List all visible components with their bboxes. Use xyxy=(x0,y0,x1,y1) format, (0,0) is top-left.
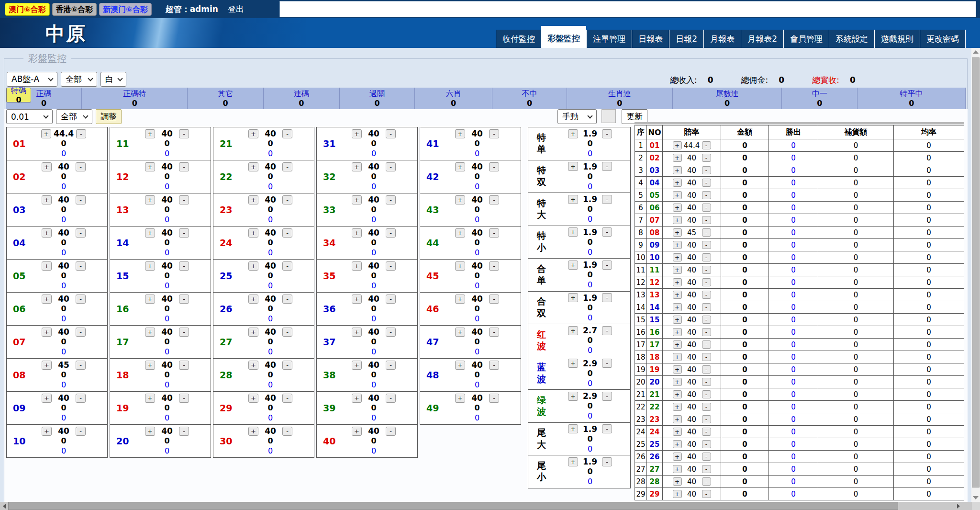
odds-increase-button[interactable]: + xyxy=(145,328,155,337)
odds-decrease-button[interactable]: - xyxy=(702,191,711,199)
odds-decrease-button[interactable]: - xyxy=(702,266,711,274)
odds-decrease-button[interactable]: - xyxy=(702,465,711,473)
lottery-tab-macau[interactable]: 澳门⑥合彩 xyxy=(5,3,50,16)
odds-increase-button[interactable]: + xyxy=(673,390,682,398)
vertical-scroll-thumb[interactable] xyxy=(972,57,980,487)
odds-decrease-button[interactable]: - xyxy=(702,403,711,411)
odds-decrease-button[interactable]: - xyxy=(602,293,612,302)
odds-increase-button[interactable]: + xyxy=(145,129,155,138)
odds-increase-button[interactable]: + xyxy=(568,359,578,368)
odds-increase-button[interactable]: + xyxy=(352,394,362,403)
odds-decrease-button[interactable]: - xyxy=(76,162,86,171)
odds-increase-button[interactable]: + xyxy=(455,361,465,370)
vertical-scrollbar[interactable] xyxy=(971,48,980,502)
odds-decrease-button[interactable]: - xyxy=(702,278,711,286)
odds-increase-button[interactable]: + xyxy=(352,261,362,271)
odds-decrease-button[interactable]: - xyxy=(602,424,612,433)
odds-increase-button[interactable]: + xyxy=(41,129,51,138)
odds-increase-button[interactable]: + xyxy=(673,266,682,274)
scroll-right-icon[interactable] xyxy=(954,502,962,510)
odds-decrease-button[interactable]: - xyxy=(489,195,499,204)
odds-increase-button[interactable]: + xyxy=(568,293,578,302)
odds-increase-button[interactable]: + xyxy=(352,427,362,436)
odds-increase-button[interactable]: + xyxy=(248,195,258,204)
odds-decrease-button[interactable]: - xyxy=(602,326,612,335)
odds-increase-button[interactable]: + xyxy=(352,295,362,304)
nav-tab-monthly-report[interactable]: 月報表 xyxy=(703,30,741,48)
odds-decrease-button[interactable]: - xyxy=(386,394,396,403)
odds-decrease-button[interactable]: - xyxy=(76,295,86,304)
odds-increase-button[interactable]: + xyxy=(568,195,578,204)
category-tab-4[interactable]: 連碼0 xyxy=(264,88,340,109)
odds-increase-button[interactable]: + xyxy=(673,191,682,199)
odds-decrease-button[interactable]: - xyxy=(76,361,86,370)
category-tab-5[interactable]: 過關0 xyxy=(340,88,415,109)
odds-increase-button[interactable]: + xyxy=(42,261,52,271)
odds-decrease-button[interactable]: - xyxy=(702,204,711,212)
odds-increase-button[interactable]: + xyxy=(352,195,362,204)
odds-increase-button[interactable]: + xyxy=(145,295,155,304)
odds-increase-button[interactable]: + xyxy=(42,195,52,204)
odds-decrease-button[interactable]: - xyxy=(702,440,711,448)
odds-decrease-button[interactable]: - xyxy=(76,228,86,238)
odds-increase-button[interactable]: + xyxy=(455,162,465,171)
category-tab-8[interactable]: 生肖連0 xyxy=(567,88,673,109)
odds-increase-button[interactable]: + xyxy=(248,427,258,436)
lottery-tab-hongkong[interactable]: 香港⑥合彩 xyxy=(52,3,97,16)
odds-increase-button[interactable]: + xyxy=(42,162,52,171)
nav-tab-daily-report[interactable]: 日報表 xyxy=(632,30,669,48)
category-tab-7[interactable]: 不中0 xyxy=(492,88,567,109)
odds-increase-button[interactable]: + xyxy=(673,353,682,361)
odds-decrease-button[interactable]: - xyxy=(179,261,189,271)
logout-link[interactable]: 登出 xyxy=(228,4,244,15)
odds-decrease-button[interactable]: - xyxy=(386,228,396,238)
nav-tab-daily-report2[interactable]: 日報2 xyxy=(669,30,703,48)
category-tab-6[interactable]: 六肖0 xyxy=(415,88,492,109)
horizontal-scroll-thumb[interactable] xyxy=(8,502,898,510)
odds-increase-button[interactable]: + xyxy=(145,361,155,370)
odds-increase-button[interactable]: + xyxy=(673,403,682,411)
odds-decrease-button[interactable]: - xyxy=(179,228,189,238)
odds-increase-button[interactable]: + xyxy=(673,241,682,249)
odds-increase-button[interactable]: + xyxy=(352,361,362,370)
odds-decrease-button[interactable]: - xyxy=(489,261,499,271)
odds-increase-button[interactable]: + xyxy=(568,424,578,433)
odds-increase-button[interactable]: + xyxy=(248,394,258,403)
odds-increase-button[interactable]: + xyxy=(673,216,682,224)
odds-decrease-button[interactable]: - xyxy=(282,129,292,138)
plate-select[interactable]: AB盤-A xyxy=(7,72,57,87)
odds-increase-button[interactable]: + xyxy=(673,490,682,498)
odds-decrease-button[interactable]: - xyxy=(702,477,711,486)
odds-decrease-button[interactable]: - xyxy=(76,261,86,271)
odds-decrease-button[interactable]: - xyxy=(602,227,612,237)
odds-decrease-button[interactable]: - xyxy=(179,295,189,304)
odds-increase-button[interactable]: + xyxy=(673,278,682,286)
odds-decrease-button[interactable]: - xyxy=(179,394,189,403)
odds-decrease-button[interactable]: - xyxy=(282,328,292,337)
odds-decrease-button[interactable]: - xyxy=(702,353,711,361)
odds-increase-button[interactable]: + xyxy=(568,261,578,270)
odds-increase-button[interactable]: + xyxy=(145,195,155,204)
odds-increase-button[interactable]: + xyxy=(455,129,465,138)
odds-decrease-button[interactable]: - xyxy=(76,129,86,138)
odds-increase-button[interactable]: + xyxy=(568,326,578,335)
odds-decrease-button[interactable]: - xyxy=(602,392,612,401)
odds-increase-button[interactable]: + xyxy=(673,154,682,162)
odds-increase-button[interactable]: + xyxy=(673,303,682,311)
odds-decrease-button[interactable]: - xyxy=(702,453,711,461)
odds-decrease-button[interactable]: - xyxy=(489,295,499,304)
odds-increase-button[interactable]: + xyxy=(248,295,258,304)
odds-increase-button[interactable]: + xyxy=(568,457,578,466)
odds-decrease-button[interactable]: - xyxy=(602,261,612,270)
odds-decrease-button[interactable]: - xyxy=(179,195,189,204)
category-tab-0[interactable]: 特碼0 xyxy=(6,88,31,102)
odds-decrease-button[interactable]: - xyxy=(489,361,499,370)
category-tab-11[interactable]: 特平中0 xyxy=(858,88,966,109)
odds-decrease-button[interactable]: - xyxy=(702,303,711,311)
odds-increase-button[interactable]: + xyxy=(248,361,258,370)
odds-decrease-button[interactable]: - xyxy=(702,216,711,224)
odds-decrease-button[interactable]: - xyxy=(702,378,711,386)
odds-increase-button[interactable]: + xyxy=(248,162,258,171)
scope-select[interactable]: 全部 xyxy=(61,72,97,87)
odds-increase-button[interactable]: + xyxy=(145,394,155,403)
